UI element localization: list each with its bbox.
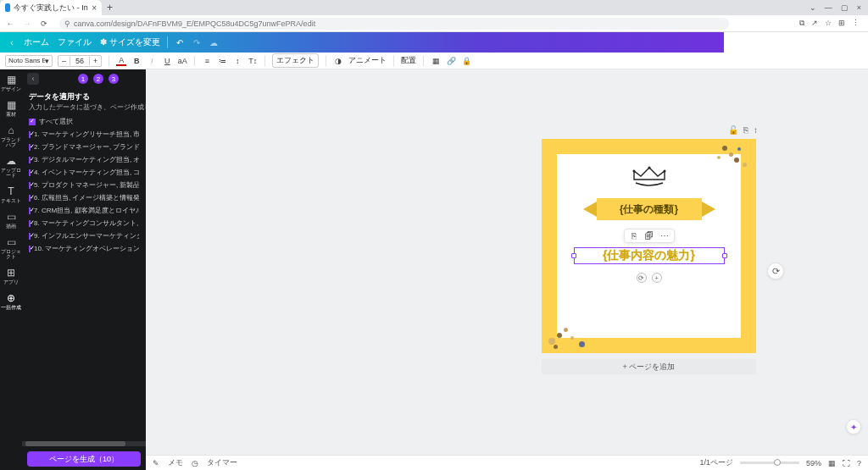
italic-icon[interactable]: I [147,57,157,65]
generate-pages-button[interactable]: ページを生成（10） [27,451,141,467]
data-item[interactable]: 6. 広報担当, イメージ構築と情報発信 [29,193,139,202]
item-checkbox[interactable] [29,220,31,227]
menu-file[interactable]: ファイル [58,36,92,48]
collapse-panel-button[interactable]: ‹ [27,73,39,85]
window-close-icon[interactable]: × [857,3,861,12]
underline-icon[interactable]: U [162,57,172,65]
grid-view-icon[interactable]: ▦ [828,459,836,467]
selected-text-content[interactable]: {仕事内容の魅力} [603,248,695,263]
page-more-icon[interactable]: ↕ [754,125,758,135]
rail-item-5[interactable]: ▭描画 [0,212,22,229]
window-max-icon[interactable]: ▢ [841,3,849,12]
item-checkbox[interactable] [29,207,31,214]
select-all-checkbox[interactable] [29,119,36,125]
data-item[interactable]: 4. イベントマーケティング担当, コミュニケーショ [29,168,139,177]
sync-icon[interactable]: ☁ [209,38,219,47]
redo-icon[interactable]: ↷ [192,38,202,47]
rail-item-4[interactable]: Tテキスト [0,186,22,203]
resize-handle-left[interactable] [571,253,576,258]
rail-item-3[interactable]: ☁アップロード [0,156,22,178]
window-dropdown-icon[interactable]: ⌄ [810,3,816,12]
extensions-icon[interactable]: ⊞ [838,19,845,28]
help-icon[interactable]: ? [857,459,861,467]
nav-reload-icon[interactable]: ⟳ [39,19,49,28]
menu-resize[interactable]: ✽ サイズを変更 [100,36,160,48]
add-icon[interactable]: + [652,273,662,283]
animate-button[interactable]: アニメート [348,55,387,66]
item-checkbox[interactable] [29,233,31,240]
item-checkbox[interactable] [29,144,31,151]
data-item[interactable]: 1. マーケティングリサーチ担当, 市場分析と戦略立 [29,130,139,139]
data-item[interactable]: 8. マーケティングコンサルタント, アドバイスと解 [29,218,139,228]
item-checkbox[interactable] [29,169,31,176]
ribbon-banner[interactable]: {仕事の種類} [583,198,715,220]
new-tab-button[interactable]: + [102,2,118,14]
data-item[interactable]: 7. CRM担当, 顧客満足度とロイヤルティ向上 [29,206,139,215]
transparency-icon[interactable]: ▦ [431,57,441,65]
step-dot[interactable]: 1 [78,74,88,84]
item-checkbox[interactable] [29,246,31,252]
step-dot[interactable]: 3 [108,74,119,84]
share-icon[interactable]: ↗ [811,19,818,28]
spacing-icon[interactable]: ↕ [232,57,242,65]
zoom-slider[interactable] [740,462,799,464]
data-item[interactable]: 9. インフルエンサーマーケティング担当, 若者へと [29,231,139,241]
align-icon[interactable]: ≡ [202,57,212,65]
notes-icon[interactable]: ✎ [153,459,159,467]
item-checkbox[interactable] [29,182,31,189]
data-item[interactable]: 5. プロダクトマネージャー, 新製品開発と市場導入 [29,180,139,190]
position-button[interactable]: 配置 [401,55,416,66]
design-page[interactable]: {仕事の種類} ⎘ 🗐 ⋯ {仕事内容の魅力} ⟳ + [542,139,756,353]
ai-assist-fab[interactable]: ✦ [846,419,861,434]
star-icon[interactable]: ☆ [825,19,832,28]
data-item[interactable]: 2. ブランドマネージャー, ブランド価値の向上 [29,142,139,152]
back-button[interactable]: ‹ [7,38,17,47]
timer-icon[interactable]: ◷ [192,459,198,467]
bold-icon[interactable]: B [131,57,142,65]
el-duplicate-icon[interactable]: 🗐 [643,231,655,241]
el-more-icon[interactable]: ⋯ [659,231,670,241]
select-all-row[interactable]: すべて選択 [22,115,146,128]
rail-item-8[interactable]: ⊕一括作成 [0,293,22,310]
undo-icon[interactable]: ↶ [175,38,185,47]
add-page-button[interactable]: + ページを追加 [542,359,756,374]
font-select[interactable]: Noto Sans Black ▾ [5,55,53,67]
page-count[interactable]: 1/1ページ [699,457,733,468]
regen-icon[interactable]: ⟳ [637,273,647,283]
font-size-stepper[interactable]: – 56 + [58,55,102,67]
rail-item-2[interactable]: ⌂ブランドハブ [0,125,22,147]
size-value[interactable]: 56 [70,57,90,65]
lock-icon[interactable]: 🔒 [461,57,471,65]
page-duplicate-icon[interactable]: ⎘ [743,125,748,135]
notes-label[interactable]: メモ [168,457,183,468]
link-icon[interactable]: 🔗 [446,57,456,65]
selected-text-element[interactable]: {仕事内容の魅力} [574,247,725,264]
url-input[interactable]: ⚲ canva.com/design/DAFnFBVM9_E/EMPQC58u4… [59,18,729,30]
rail-item-1[interactable]: ▦素材 [0,100,22,117]
canvas-area[interactable]: 🔓 ⎘ ↕ [146,69,868,470]
tab-close-icon[interactable]: × [92,3,97,13]
rail-item-7[interactable]: ⊞アプリ [0,268,22,285]
el-copy-icon[interactable]: ⎘ [628,231,640,241]
vertical-text-icon[interactable]: T↕ [248,57,258,65]
timer-label[interactable]: タイマー [207,457,237,468]
qr-icon[interactable]: ⧉ [799,19,804,28]
size-plus[interactable]: + [90,57,101,65]
item-checkbox[interactable] [29,195,31,202]
kebab-menu-icon[interactable]: ⋮ [852,19,860,28]
item-checkbox[interactable] [29,131,31,138]
browser-tab[interactable]: 今すぐ実践したい - Instagramの投 × [0,0,102,15]
fullscreen-icon[interactable]: ⛶ [843,459,850,467]
step-dot[interactable]: 2 [93,74,103,84]
nav-back-icon[interactable]: ← [5,19,15,28]
panel-hscrollbar[interactable] [22,441,146,446]
page-lock-icon[interactable]: 🔓 [728,125,738,135]
rail-item-6[interactable]: ▭プロジェクト [0,237,22,259]
rail-item-0[interactable]: ▦デザイン [0,75,22,91]
window-min-icon[interactable]: — [825,3,832,12]
item-checkbox[interactable] [29,157,31,163]
canvas-refresh-fab[interactable]: ⟳ [767,263,784,279]
effects-button[interactable]: エフェクト [272,53,319,68]
data-item[interactable]: 3. デジタルマーケティング担当, オンライン広告と [29,155,139,164]
data-item[interactable]: 10. マーケティングオペレーション担当, 施策実行と [29,244,139,253]
